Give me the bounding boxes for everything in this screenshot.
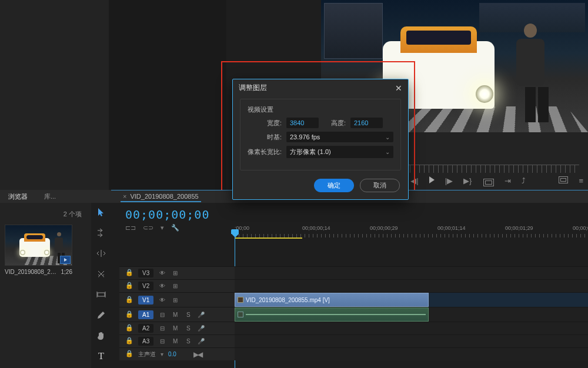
track-body-a3[interactable] bbox=[235, 335, 588, 347]
lock-icon[interactable]: 🔒 bbox=[125, 282, 133, 290]
clip-duration: 1;26 bbox=[61, 269, 72, 275]
clip-label: VID_20190808_200855.mp4 [V] bbox=[246, 297, 330, 303]
sync-lock-icon[interactable]: ⊞ bbox=[171, 282, 179, 290]
play-icon[interactable] bbox=[429, 176, 435, 185]
marker-icon[interactable]: ▾ bbox=[161, 224, 164, 232]
track-body-v1[interactable]: VID_20190808_200855.mp4 [V] bbox=[235, 293, 588, 307]
clip-name: VID_20190808_2008... bbox=[5, 269, 59, 275]
height-label: 高度: bbox=[323, 119, 346, 128]
dialog-title: 调整图层 bbox=[239, 83, 267, 93]
lower-area: 浏览器 库... 2 个项 VID_20190808_2008... 1;26 bbox=[0, 190, 588, 368]
ruler-tick-label: 00;00;01;14 bbox=[437, 225, 505, 231]
lock-icon[interactable]: 🔒 bbox=[125, 324, 133, 332]
tab-library[interactable]: 库... bbox=[36, 190, 64, 203]
timeline-tools: T bbox=[91, 203, 111, 368]
step-back-icon[interactable]: ◀| bbox=[410, 176, 418, 185]
lift-icon[interactable]: ⇥ bbox=[505, 176, 511, 185]
master-volume[interactable]: 0.0 bbox=[168, 351, 176, 357]
voice-over-icon[interactable]: 🎤 bbox=[197, 310, 205, 319]
export-frame-icon[interactable] bbox=[559, 176, 568, 185]
close-icon[interactable]: ✕ bbox=[395, 83, 402, 93]
master-track-label: 主声道 bbox=[138, 350, 156, 359]
project-item-count: 2 个项 bbox=[5, 208, 86, 225]
toggle-output-icon[interactable]: 👁 bbox=[158, 269, 166, 277]
dialog-section-label: 视频设置 bbox=[248, 105, 393, 114]
lock-icon[interactable]: 🔒 bbox=[125, 337, 133, 345]
track-toggle-a1[interactable]: A1 bbox=[138, 310, 153, 319]
adjustment-layer-dialog: 调整图层 ✕ 视频设置 宽度: 高度: 时基: 23.976 fps 像素长宽比… bbox=[232, 79, 409, 200]
lock-icon[interactable]: 🔒 bbox=[125, 269, 133, 277]
effects-panel bbox=[109, 0, 226, 190]
lock-icon[interactable]: 🔒 bbox=[125, 295, 133, 303]
ok-button[interactable]: 确定 bbox=[314, 179, 354, 192]
snap-icon[interactable]: ⊏⊐ bbox=[125, 224, 136, 232]
ruler-tick-label: 00;00;00;14 bbox=[302, 225, 370, 231]
ruler-tick-label: :00;00 bbox=[235, 225, 302, 231]
voice-over-icon[interactable]: 🎤 bbox=[197, 337, 205, 346]
lock-icon[interactable]: 🔒 bbox=[125, 350, 133, 358]
track-toggle-v1[interactable]: V1 bbox=[138, 296, 153, 305]
mute-button[interactable]: M bbox=[171, 310, 179, 319]
project-panel bbox=[0, 0, 109, 190]
ruler-tick-label: 00;00;00;29 bbox=[370, 225, 437, 231]
mark-out-icon[interactable]: ▶} bbox=[463, 176, 472, 185]
sequence-badge-icon bbox=[60, 256, 71, 264]
settings-icon[interactable]: ≡ bbox=[579, 176, 583, 185]
pen-tool-icon[interactable] bbox=[95, 309, 107, 321]
voice-over-icon[interactable]: 🎤 bbox=[197, 324, 205, 333]
track-body-a1[interactable] bbox=[235, 307, 588, 322]
track-toggle-v2[interactable]: V2 bbox=[138, 282, 153, 290]
slip-tool-icon[interactable] bbox=[95, 289, 107, 300]
step-fwd-icon[interactable]: |▶ bbox=[445, 176, 453, 185]
ruler-tick-label: 00;00;02;14 bbox=[573, 225, 588, 231]
track-toggle-a2[interactable]: A2 bbox=[138, 324, 153, 333]
razor-tool-icon[interactable] bbox=[95, 268, 107, 280]
work-area-bar[interactable] bbox=[235, 237, 302, 239]
solo-button[interactable]: S bbox=[184, 324, 192, 333]
sequence-name: VID_20190808_200855 bbox=[130, 193, 198, 200]
timecode[interactable]: 00;00;00;00 bbox=[111, 203, 588, 223]
toggle-output-icon[interactable]: 👁 bbox=[158, 282, 166, 290]
track-select-tool-icon[interactable] bbox=[95, 227, 107, 239]
toggle-output-icon[interactable]: ⊟ bbox=[158, 310, 166, 319]
timebase-label: 时基: bbox=[248, 133, 282, 142]
tab-browser[interactable]: 浏览器 bbox=[0, 190, 36, 203]
track-toggle-a3[interactable]: A3 bbox=[138, 337, 153, 346]
audio-clip[interactable] bbox=[235, 307, 429, 322]
project-bin-item[interactable]: VID_20190808_2008... 1;26 bbox=[5, 225, 72, 275]
solo-button[interactable]: S bbox=[184, 337, 192, 346]
height-field[interactable] bbox=[350, 118, 383, 128]
solo-button[interactable]: S bbox=[184, 310, 192, 319]
timebase-select[interactable]: 23.976 fps bbox=[286, 132, 393, 142]
toggle-output-icon[interactable]: ⊟ bbox=[158, 324, 166, 333]
track-body-v2[interactable] bbox=[235, 280, 588, 292]
track-toggle-v3[interactable]: V3 bbox=[138, 269, 153, 277]
sync-lock-icon[interactable]: ⊞ bbox=[171, 296, 179, 304]
par-select[interactable]: 方形像素 (1.0) bbox=[286, 146, 393, 158]
link-icon[interactable]: ⊂⊃ bbox=[143, 224, 153, 232]
video-clip[interactable]: VID_20190808_200855.mp4 [V] bbox=[235, 293, 429, 307]
sync-lock-icon[interactable]: ⊞ bbox=[171, 269, 179, 277]
toggle-output-icon[interactable]: ⊟ bbox=[158, 337, 166, 346]
hand-tool-icon[interactable] bbox=[95, 330, 107, 342]
time-ruler[interactable]: :00;0000;00;00;1400;00;00;2900;00;01;140… bbox=[235, 225, 588, 238]
lock-icon[interactable]: 🔒 bbox=[125, 310, 133, 318]
safe-margin-icon[interactable] bbox=[483, 179, 494, 186]
mute-button[interactable]: M bbox=[171, 324, 179, 333]
selection-tool-icon[interactable] bbox=[95, 206, 107, 218]
close-sequence-icon[interactable]: × bbox=[123, 193, 126, 200]
track-body-a2[interactable] bbox=[235, 322, 588, 334]
ripple-tool-icon[interactable] bbox=[95, 247, 107, 259]
mute-button[interactable]: M bbox=[171, 337, 179, 346]
settings-wrench-icon[interactable]: 🔧 bbox=[171, 224, 179, 232]
master-meter-icon[interactable]: ▶◀ bbox=[193, 350, 202, 359]
track-body-v3[interactable] bbox=[235, 267, 588, 279]
track-body-master[interactable] bbox=[235, 348, 588, 360]
type-tool-icon[interactable]: T bbox=[95, 350, 107, 362]
extract-icon[interactable]: ⤴ bbox=[522, 176, 526, 185]
width-field[interactable] bbox=[286, 118, 319, 128]
sequence-tab[interactable]: × VID_20190808_200855 bbox=[121, 191, 201, 202]
toggle-output-icon[interactable]: 👁 bbox=[158, 296, 166, 304]
clip-thumbnail[interactable] bbox=[5, 225, 72, 266]
cancel-button[interactable]: 取消 bbox=[360, 179, 400, 192]
